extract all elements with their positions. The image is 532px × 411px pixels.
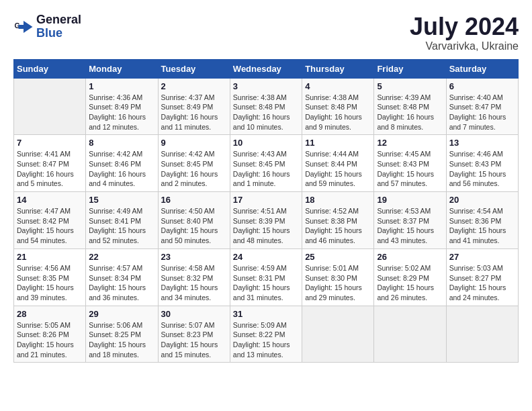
calendar-cell bbox=[302, 306, 374, 363]
day-info: Sunrise: 5:05 AMSunset: 8:26 PMDaylight:… bbox=[17, 320, 83, 360]
calendar-cell: 8Sunrise: 4:42 AMSunset: 8:46 PMDaylight… bbox=[86, 135, 158, 192]
weekday-header: Friday bbox=[374, 59, 446, 78]
logo-blue: Blue bbox=[36, 27, 81, 40]
day-number: 27 bbox=[449, 252, 515, 262]
day-number: 1 bbox=[89, 81, 154, 91]
logo-general: General bbox=[36, 13, 81, 27]
day-number: 18 bbox=[305, 195, 371, 205]
logo-text: General Blue bbox=[36, 13, 81, 40]
day-info: Sunrise: 4:51 AMSunset: 8:39 PMDaylight:… bbox=[233, 206, 299, 246]
day-info: Sunrise: 5:07 AMSunset: 8:23 PMDaylight:… bbox=[161, 320, 227, 360]
day-number: 20 bbox=[449, 195, 515, 205]
calendar-cell: 26Sunrise: 5:02 AMSunset: 8:29 PMDayligh… bbox=[374, 248, 446, 306]
day-info: Sunrise: 4:38 AMSunset: 8:48 PMDaylight:… bbox=[233, 93, 299, 132]
day-info: Sunrise: 5:09 AMSunset: 8:22 PMDaylight:… bbox=[233, 320, 299, 360]
calendar-cell: 27Sunrise: 5:03 AMSunset: 8:27 PMDayligh… bbox=[446, 248, 518, 306]
day-info: Sunrise: 5:01 AMSunset: 8:30 PMDaylight:… bbox=[305, 263, 371, 303]
calendar-cell: 16Sunrise: 4:50 AMSunset: 8:40 PMDayligh… bbox=[158, 192, 230, 249]
calendar-cell bbox=[374, 306, 446, 363]
calendar-cell: 20Sunrise: 4:54 AMSunset: 8:36 PMDayligh… bbox=[446, 192, 518, 249]
calendar-cell: 5Sunrise: 4:39 AMSunset: 8:48 PMDaylight… bbox=[374, 78, 446, 135]
calendar-week-row: 7Sunrise: 4:41 AMSunset: 8:47 PMDaylight… bbox=[14, 135, 519, 192]
day-info: Sunrise: 4:45 AMSunset: 8:43 PMDaylight:… bbox=[377, 149, 443, 189]
day-info: Sunrise: 4:40 AMSunset: 8:47 PMDaylight:… bbox=[449, 93, 515, 132]
day-info: Sunrise: 4:41 AMSunset: 8:47 PMDaylight:… bbox=[17, 149, 83, 189]
month-title: July 2024 bbox=[410, 13, 519, 40]
day-number: 29 bbox=[89, 309, 154, 319]
day-number: 4 bbox=[305, 81, 371, 91]
logo-icon: G bbox=[13, 17, 34, 37]
weekday-header: Sunday bbox=[14, 59, 86, 78]
day-number: 14 bbox=[17, 195, 83, 205]
day-number: 21 bbox=[17, 252, 83, 262]
day-number: 30 bbox=[161, 309, 227, 319]
calendar-cell: 17Sunrise: 4:51 AMSunset: 8:39 PMDayligh… bbox=[230, 192, 302, 249]
day-number: 9 bbox=[161, 138, 227, 148]
calendar-cell: 3Sunrise: 4:38 AMSunset: 8:48 PMDaylight… bbox=[230, 78, 302, 135]
day-info: Sunrise: 4:53 AMSunset: 8:37 PMDaylight:… bbox=[377, 206, 443, 246]
day-number: 13 bbox=[449, 138, 515, 148]
calendar-cell bbox=[14, 78, 86, 135]
day-number: 8 bbox=[89, 138, 154, 148]
day-info: Sunrise: 4:54 AMSunset: 8:36 PMDaylight:… bbox=[449, 206, 515, 246]
day-number: 24 bbox=[233, 252, 299, 262]
calendar-cell: 22Sunrise: 4:57 AMSunset: 8:34 PMDayligh… bbox=[86, 248, 158, 306]
day-info: Sunrise: 5:03 AMSunset: 8:27 PMDaylight:… bbox=[449, 263, 515, 303]
day-info: Sunrise: 4:49 AMSunset: 8:41 PMDaylight:… bbox=[89, 206, 154, 246]
weekday-header: Monday bbox=[86, 59, 158, 78]
calendar-cell: 15Sunrise: 4:49 AMSunset: 8:41 PMDayligh… bbox=[86, 192, 158, 249]
calendar-cell: 21Sunrise: 4:56 AMSunset: 8:35 PMDayligh… bbox=[14, 248, 86, 306]
page-header: G General Blue July 2024 Varvarivka, Ukr… bbox=[13, 13, 519, 52]
day-info: Sunrise: 4:52 AMSunset: 8:38 PMDaylight:… bbox=[305, 206, 371, 246]
day-number: 6 bbox=[449, 81, 515, 91]
title-block: July 2024 Varvarivka, Ukraine bbox=[410, 13, 519, 52]
calendar-cell: 4Sunrise: 4:38 AMSunset: 8:48 PMDaylight… bbox=[302, 78, 374, 135]
day-info: Sunrise: 4:43 AMSunset: 8:45 PMDaylight:… bbox=[233, 149, 299, 189]
day-number: 22 bbox=[89, 252, 154, 262]
day-number: 11 bbox=[305, 138, 371, 148]
calendar-cell: 23Sunrise: 4:58 AMSunset: 8:32 PMDayligh… bbox=[158, 248, 230, 306]
calendar-week-row: 21Sunrise: 4:56 AMSunset: 8:35 PMDayligh… bbox=[14, 248, 519, 306]
calendar-week-row: 14Sunrise: 4:47 AMSunset: 8:42 PMDayligh… bbox=[14, 192, 519, 249]
logo: G General Blue bbox=[13, 13, 81, 40]
calendar-cell: 1Sunrise: 4:36 AMSunset: 8:49 PMDaylight… bbox=[86, 78, 158, 135]
day-info: Sunrise: 5:02 AMSunset: 8:29 PMDaylight:… bbox=[377, 263, 443, 303]
day-number: 25 bbox=[305, 252, 371, 262]
calendar-cell: 11Sunrise: 4:44 AMSunset: 8:44 PMDayligh… bbox=[302, 135, 374, 192]
calendar-cell: 12Sunrise: 4:45 AMSunset: 8:43 PMDayligh… bbox=[374, 135, 446, 192]
day-number: 26 bbox=[377, 252, 443, 262]
day-number: 10 bbox=[233, 138, 299, 148]
calendar-cell: 13Sunrise: 4:46 AMSunset: 8:43 PMDayligh… bbox=[446, 135, 518, 192]
day-number: 3 bbox=[233, 81, 299, 91]
day-number: 16 bbox=[161, 195, 227, 205]
calendar-week-row: 1Sunrise: 4:36 AMSunset: 8:49 PMDaylight… bbox=[14, 78, 519, 135]
day-info: Sunrise: 4:42 AMSunset: 8:46 PMDaylight:… bbox=[89, 149, 154, 189]
calendar-cell bbox=[446, 306, 518, 363]
calendar-table: SundayMondayTuesdayWednesdayThursdayFrid… bbox=[13, 59, 519, 363]
day-info: Sunrise: 4:59 AMSunset: 8:31 PMDaylight:… bbox=[233, 263, 299, 303]
location-subtitle: Varvarivka, Ukraine bbox=[410, 40, 519, 52]
day-number: 7 bbox=[17, 138, 83, 148]
day-info: Sunrise: 4:42 AMSunset: 8:45 PMDaylight:… bbox=[161, 149, 227, 189]
calendar-cell: 24Sunrise: 4:59 AMSunset: 8:31 PMDayligh… bbox=[230, 248, 302, 306]
calendar-cell: 25Sunrise: 5:01 AMSunset: 8:30 PMDayligh… bbox=[302, 248, 374, 306]
calendar-cell: 28Sunrise: 5:05 AMSunset: 8:26 PMDayligh… bbox=[14, 306, 86, 363]
day-number: 5 bbox=[377, 81, 443, 91]
calendar-cell: 29Sunrise: 5:06 AMSunset: 8:25 PMDayligh… bbox=[86, 306, 158, 363]
calendar-cell: 9Sunrise: 4:42 AMSunset: 8:45 PMDaylight… bbox=[158, 135, 230, 192]
calendar-cell: 7Sunrise: 4:41 AMSunset: 8:47 PMDaylight… bbox=[14, 135, 86, 192]
weekday-header: Wednesday bbox=[230, 59, 302, 78]
day-info: Sunrise: 4:39 AMSunset: 8:48 PMDaylight:… bbox=[377, 93, 443, 132]
weekday-header: Tuesday bbox=[158, 59, 230, 78]
day-number: 15 bbox=[89, 195, 154, 205]
day-number: 28 bbox=[17, 309, 83, 319]
day-info: Sunrise: 4:50 AMSunset: 8:40 PMDaylight:… bbox=[161, 206, 227, 246]
calendar-cell: 18Sunrise: 4:52 AMSunset: 8:38 PMDayligh… bbox=[302, 192, 374, 249]
calendar-cell: 10Sunrise: 4:43 AMSunset: 8:45 PMDayligh… bbox=[230, 135, 302, 192]
day-info: Sunrise: 4:36 AMSunset: 8:49 PMDaylight:… bbox=[89, 93, 154, 132]
day-info: Sunrise: 4:47 AMSunset: 8:42 PMDaylight:… bbox=[17, 206, 83, 246]
day-info: Sunrise: 4:37 AMSunset: 8:49 PMDaylight:… bbox=[161, 93, 227, 132]
day-info: Sunrise: 5:06 AMSunset: 8:25 PMDaylight:… bbox=[89, 320, 154, 360]
calendar-cell: 14Sunrise: 4:47 AMSunset: 8:42 PMDayligh… bbox=[14, 192, 86, 249]
day-info: Sunrise: 4:38 AMSunset: 8:48 PMDaylight:… bbox=[305, 93, 371, 132]
